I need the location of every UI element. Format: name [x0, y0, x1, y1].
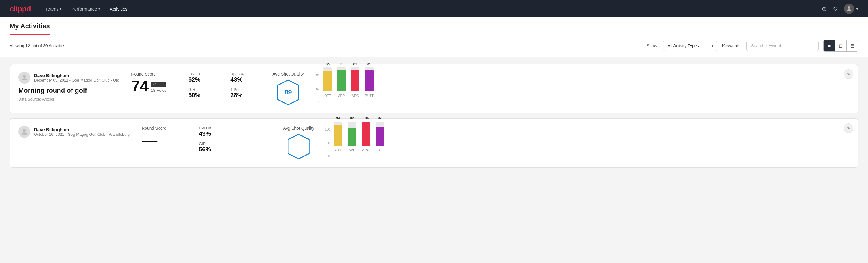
holes-text: 18 Holes	[151, 88, 166, 93]
y-axis: 100 50 0	[321, 128, 331, 158]
bar-fill	[351, 70, 360, 91]
stat-label: GIR	[188, 87, 218, 92]
bar-wrapper	[348, 122, 356, 146]
stat-value: 28%	[230, 92, 260, 99]
bar-label: APP	[349, 148, 355, 152]
user-menu-button[interactable]: ▾	[844, 4, 858, 14]
stat-value: 43%	[230, 76, 260, 83]
bar-fill	[348, 127, 356, 146]
grid-icon: ⊞	[839, 43, 843, 49]
activity-card: Dave Billingham December 05, 2021 - Gog …	[10, 64, 858, 113]
stats-block: FW Hit 62% GIR 50%	[188, 71, 218, 99]
show-label: Show:	[647, 43, 658, 48]
compact-view-button[interactable]: ☰	[847, 40, 858, 52]
page-title: My Activities	[10, 22, 50, 35]
bar-col: 82 APP	[348, 116, 356, 152]
user-info: Dave Billingham October 16, 2021 - Gog M…	[34, 127, 130, 137]
user-row: Dave Billingham December 05, 2021 - Gog …	[18, 71, 119, 84]
bar-chart: 100 50 0 85 OTT 90	[311, 74, 850, 104]
bar-value: 89	[353, 62, 357, 66]
score-value: 74	[131, 78, 149, 94]
bar-fill	[323, 71, 332, 91]
bar-col: 94 OTT	[334, 116, 342, 152]
app-logo: clippd	[10, 4, 31, 13]
activity-type-dropdown-wrapper: All Activity Types ▾	[663, 40, 717, 51]
bar-wrapper	[365, 67, 374, 91]
svg-marker-1	[288, 134, 309, 159]
avg-shot-label: Avg Shot Quality	[283, 126, 314, 130]
y-tick: 50	[327, 141, 330, 145]
y-axis: 100 50 0	[311, 74, 320, 104]
viewing-total: 29	[43, 43, 48, 48]
bar-col: 87 PUTT	[375, 116, 384, 152]
add-icon[interactable]: ⊕	[822, 5, 827, 12]
nav-item-activities[interactable]: Activities	[110, 5, 127, 12]
stat-fw-hit: FW Hit 62%	[188, 71, 218, 83]
bar-col: 90 APP	[337, 62, 346, 97]
avg-shot-label: Avg Shot Quality	[273, 71, 304, 77]
data-source: Data Source: Arccos	[18, 97, 119, 101]
date-course: December 05, 2021 - Gog Magog Golf Club …	[34, 78, 119, 83]
nav-label-performance: Performance	[71, 6, 97, 11]
nav-label-teams: Teams	[45, 6, 59, 11]
bar-value: 94	[336, 116, 340, 120]
user-chevron-icon: ▾	[856, 6, 858, 12]
navbar: clippd Teams ▾ Performance ▾ Activities …	[0, 0, 868, 18]
bar-wrapper	[337, 67, 346, 91]
stat-value: 62%	[188, 76, 218, 83]
chevron-down-icon: ▾	[98, 7, 100, 11]
edit-button[interactable]: ✎	[844, 123, 853, 133]
bar-fill	[334, 125, 342, 146]
bar-label: OTT	[335, 148, 341, 152]
filters-right: Show: All Activity Types ▾ Keywords: ≡ ⊞…	[647, 40, 858, 52]
user-name: Dave Billingham	[34, 73, 119, 78]
round-score-label: Round Score	[131, 71, 176, 77]
activity-type-select[interactable]: All Activity Types	[663, 40, 717, 51]
date-course: October 16, 2021 - Gog Magog Golf Club -…	[34, 132, 130, 137]
bar-value: 85	[326, 62, 330, 66]
card-left: Dave Billingham October 16, 2021 - Gog M…	[18, 126, 130, 140]
bar-col: 85 OTT	[323, 62, 332, 97]
user-info: Dave Billingham December 05, 2021 - Gog …	[34, 73, 119, 83]
hexagon-container: Avg Shot Quality	[283, 126, 314, 160]
stat-label: 1 Putt	[230, 87, 260, 92]
bar-fill	[365, 70, 374, 91]
stats-block: FW Hit 43% GIR 56%	[199, 126, 229, 153]
grid-view-button[interactable]: ⊞	[835, 40, 847, 52]
nav-item-teams[interactable]: Teams ▾	[45, 5, 62, 12]
round-score-block: Round Score 74 +4 18 Holes	[131, 71, 176, 94]
stat-label: GIR	[199, 141, 229, 146]
y-tick: 100	[325, 128, 330, 131]
score-row: —	[142, 133, 187, 148]
y-tick: 0	[318, 100, 320, 104]
list-view-button[interactable]: ≡	[824, 40, 835, 52]
bar-wrapper	[334, 122, 342, 146]
keyword-search-input[interactable]	[746, 40, 819, 51]
compact-icon: ☰	[850, 43, 855, 49]
bar-value: 90	[340, 62, 343, 66]
y-tick: 100	[315, 74, 320, 77]
stat-value: 43%	[199, 130, 229, 137]
stat-value: 56%	[199, 146, 229, 153]
hexagon-shape	[287, 133, 311, 160]
bar-label: ARG	[351, 94, 359, 97]
bar-wrapper	[362, 122, 370, 146]
user-avatar	[18, 71, 30, 84]
bar-wrapper	[351, 67, 360, 91]
stat-updown: Up/Down 43%	[230, 71, 260, 83]
nav-item-performance[interactable]: Performance ▾	[71, 5, 100, 12]
page-header: My Activities	[0, 18, 868, 35]
y-tick: 0	[329, 155, 330, 158]
bar-fill	[337, 70, 346, 91]
card-left: Dave Billingham December 05, 2021 - Gog …	[18, 71, 119, 101]
user-avatar	[18, 126, 30, 138]
bar-fill	[362, 122, 370, 146]
stat-label: FW Hit	[188, 71, 218, 76]
bar-label: OTT	[324, 94, 331, 97]
keywords-label: Keywords:	[722, 43, 742, 48]
edit-button[interactable]: ✎	[844, 69, 853, 79]
bar-wrapper	[323, 67, 332, 91]
stat-gir: GIR 50%	[188, 87, 218, 99]
refresh-icon[interactable]: ↻	[833, 5, 838, 12]
bar-chart: 100 50 0 94 OTT 82	[321, 128, 850, 158]
